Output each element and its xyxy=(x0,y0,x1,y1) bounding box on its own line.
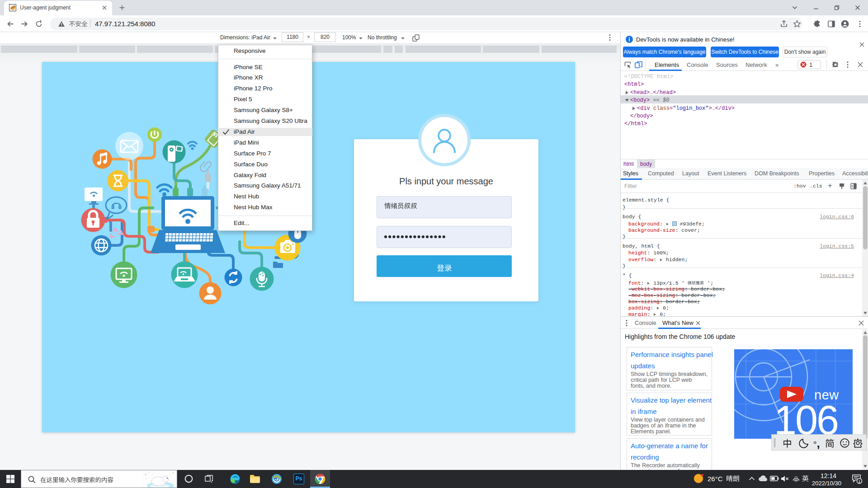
svg-text:106: 106 xyxy=(774,398,838,439)
svg-text:1: 1 xyxy=(858,479,860,484)
